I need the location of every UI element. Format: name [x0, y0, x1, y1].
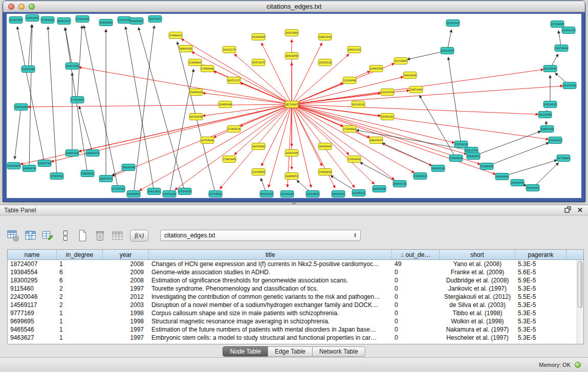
- graph-node[interactable]: 16203668: [252, 34, 265, 40]
- show-column-icon[interactable]: [24, 229, 37, 243]
- graph-node[interactable]: 16778803: [557, 155, 570, 162]
- graph-edge[interactable]: [292, 86, 563, 104]
- graph-edge[interactable]: [192, 52, 292, 104]
- graph-node[interactable]: 15146184: [280, 191, 294, 198]
- graph-node[interactable]: 18610940: [285, 53, 298, 59]
- graph-node[interactable]: 14592545: [285, 150, 298, 157]
- scrollbar-thumb[interactable]: [578, 261, 582, 308]
- window-titlebar[interactable]: citations_edges.txt: [3, 1, 585, 12]
- table-row[interactable]: 1938455462009Genome-wide association stu…: [8, 268, 577, 276]
- graph-edge[interactable]: [502, 160, 557, 177]
- window-minimize-button[interactable]: [18, 4, 25, 10]
- create-column-icon[interactable]: [41, 229, 55, 243]
- graph-node[interactable]: 19483159: [540, 126, 554, 133]
- graph-edge[interactable]: [533, 163, 559, 188]
- graph-edge[interactable]: [382, 143, 438, 168]
- graph-node[interactable]: 16959974: [23, 165, 36, 172]
- graph-node[interactable]: 20630190: [122, 164, 135, 171]
- graph-node[interactable]: 18495497: [318, 143, 332, 150]
- close-panel-icon[interactable]: ✕: [577, 207, 583, 213]
- graph-node[interactable]: 16754841: [209, 191, 222, 198]
- graph-node[interactable]: 18931657: [260, 191, 273, 198]
- delete-table-icon[interactable]: [93, 229, 107, 243]
- new-table-icon[interactable]: [76, 229, 90, 243]
- graph-edge[interactable]: [84, 26, 118, 189]
- network-graph[interactable]: 1872400716025583198615401854125416483556…: [7, 14, 581, 198]
- graph-node[interactable]: 19404256: [21, 66, 35, 73]
- graph-node[interactable]: 18316648: [189, 114, 203, 120]
- row-height-icon[interactable]: [58, 229, 72, 243]
- table-row[interactable]: 1456911722003Disruption of a novel membe…: [8, 301, 577, 309]
- graph-node[interactable]: 19412461: [147, 188, 161, 195]
- graph-node[interactable]: 20357209: [66, 63, 79, 70]
- graph-node[interactable]: 17081983: [223, 156, 236, 163]
- graph-node[interactable]: 15005709: [38, 160, 51, 167]
- graph-node[interactable]: 15820306: [14, 104, 28, 111]
- graph-node[interactable]: 19734545: [543, 65, 557, 72]
- column-header-year[interactable]: year: [103, 250, 149, 259]
- graph-edge[interactable]: [473, 131, 541, 156]
- table-row[interactable]: 946554611997Estimation of the future num…: [8, 325, 577, 334]
- graph-node[interactable]: 18976572: [148, 16, 162, 23]
- table-row[interactable]: 977716911998Corpus callosum shape and si…: [8, 309, 577, 317]
- graph-edge[interactable]: [48, 27, 57, 176]
- graph-node[interactable]: 14872009: [409, 86, 423, 93]
- graph-node[interactable]: 16932442: [526, 185, 539, 191]
- graph-edge[interactable]: [139, 104, 292, 191]
- graph-node[interactable]: 17954092: [347, 156, 361, 163]
- graph-node[interactable]: 15048104: [189, 89, 203, 96]
- graph-node[interactable]: 15488456: [480, 163, 493, 170]
- graph-node[interactable]: 19086053: [285, 173, 298, 180]
- graph-node[interactable]: 19924520: [431, 165, 445, 172]
- function-builder-button[interactable]: f(x): [130, 230, 148, 242]
- graph-node[interactable]: 16614020: [403, 72, 417, 79]
- graph-edge[interactable]: [420, 95, 456, 158]
- graph-node[interactable]: 16754836: [201, 137, 214, 144]
- table-row[interactable]: 1872400712008Changes of HCN gene express…: [8, 260, 577, 268]
- table-scrollbar[interactable]: [577, 260, 583, 344]
- graph-node[interactable]: 17903301: [50, 173, 63, 180]
- column-header-pagerank[interactable]: pagerank: [515, 250, 567, 259]
- graph-node[interactable]: 19945404: [495, 173, 509, 180]
- graph-node[interactable]: 18844205: [179, 46, 192, 52]
- graph-node[interactable]: 16155275: [562, 27, 575, 34]
- graph-node[interactable]: 16207941: [446, 20, 460, 27]
- graph-node[interactable]: 14679206: [163, 191, 176, 198]
- graph-node[interactable]: 12625859: [252, 169, 265, 176]
- graph-node[interactable]: 20449455: [511, 180, 524, 186]
- graph-node[interactable]: 18090313: [86, 150, 99, 157]
- graph-edge[interactable]: [15, 107, 21, 159]
- graph-edge[interactable]: [17, 27, 45, 163]
- graph-node[interactable]: 18825847: [369, 137, 383, 144]
- graph-node[interactable]: 16461045: [26, 15, 39, 21]
- graph-node[interactable]: 12034865: [306, 191, 319, 198]
- table-selector[interactable]: citations_edges.txt ▲▼: [160, 230, 361, 241]
- graph-edge[interactable]: [79, 106, 93, 153]
- graph-node[interactable]: 19732864: [394, 58, 407, 64]
- graph-node[interactable]: 19565683: [99, 19, 113, 26]
- graph-node[interactable]: 16210216: [352, 101, 365, 108]
- graph-node[interactable]: 19078905: [252, 143, 265, 150]
- column-header-title[interactable]: title: [149, 250, 392, 259]
- table-mode-icon[interactable]: [6, 229, 20, 243]
- graph-node[interactable]: 19965331: [332, 191, 345, 198]
- table-row[interactable]: 911546021997Tourette syndrome. Phenomeno…: [8, 285, 577, 293]
- graph-node[interactable]: 20605200: [66, 150, 79, 157]
- graph-edge[interactable]: [139, 28, 185, 191]
- graph-node[interactable]: 17994016: [449, 155, 463, 162]
- network-canvas[interactable]: 1872400716025583198615401854125416483556…: [7, 14, 581, 198]
- graph-node[interactable]: 18984041: [467, 153, 480, 160]
- graph-edge[interactable]: [262, 104, 292, 166]
- graph-node[interactable]: 18301637: [57, 18, 71, 25]
- graph-node[interactable]: 18262573: [99, 176, 113, 182]
- tab-network-table[interactable]: Network Table: [312, 346, 365, 357]
- graph-node[interactable]: 18839053: [7, 163, 20, 169]
- graph-node[interactable]: 15746005: [551, 21, 564, 28]
- graph-node[interactable]: 12973040: [555, 45, 568, 52]
- graph-node[interactable]: 18252227: [227, 77, 241, 84]
- graph-node[interactable]: 19412175: [223, 47, 236, 53]
- graph-node[interactable]: 17204602: [343, 126, 356, 133]
- graph-node[interactable]: 17210143: [549, 137, 562, 144]
- graph-node[interactable]: 17534370: [178, 188, 191, 195]
- graph-edge[interactable]: [79, 67, 292, 104]
